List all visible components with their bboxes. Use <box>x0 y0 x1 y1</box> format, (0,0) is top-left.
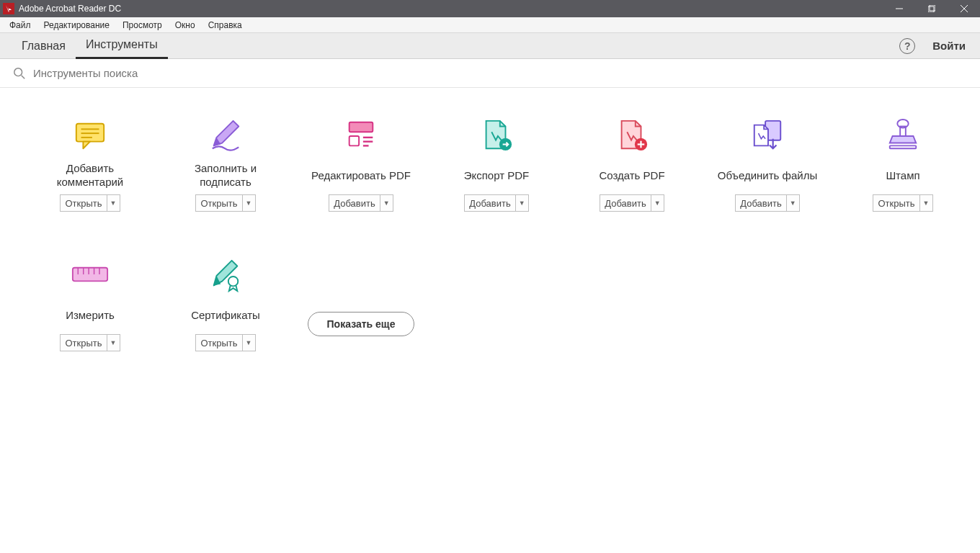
tool-action-label: Добавить <box>736 195 785 211</box>
help-icon[interactable]: ? <box>899 38 915 54</box>
tool-action-button[interactable]: Открыть ▼ <box>60 334 120 351</box>
minimize-button[interactable] <box>883 0 915 17</box>
tool-action-button[interactable]: Открыть ▼ <box>195 194 255 212</box>
tool-action-label: Добавить <box>329 195 379 211</box>
maximize-button[interactable] <box>915 0 948 17</box>
tool-label: Сертификаты <box>191 301 260 330</box>
tool-action-button[interactable]: Открыть ▼ <box>873 194 932 212</box>
stamp-icon <box>884 117 922 154</box>
app-title: Adobe Acrobat Reader DC <box>19 4 121 14</box>
svg-point-30 <box>228 276 238 286</box>
tool-action-label: Открыть <box>61 195 106 211</box>
certificate-icon <box>207 256 244 294</box>
tool-action-label: Открыть <box>196 195 241 211</box>
login-button[interactable]: Войти <box>932 40 968 52</box>
searchbar <box>0 59 980 88</box>
sign-icon <box>207 117 244 154</box>
tabbar: Главная Инструменты ? Войти <box>0 33 980 59</box>
svg-point-5 <box>14 68 22 76</box>
tool-label: Штамп <box>886 161 919 190</box>
tool-measure[interactable]: Измерить Открыть ▼ <box>29 256 151 351</box>
tool-export-pdf[interactable]: Экспорт PDF Добавить ▼ <box>435 117 558 212</box>
tool-fill-sign[interactable]: Заполнить и подписать Открыть ▼ <box>164 117 287 212</box>
tool-label: Добавить комментарий <box>57 161 123 190</box>
tool-certificates[interactable]: Сертификаты Открыть ▼ <box>164 256 287 351</box>
tool-edit-pdf[interactable]: Редактировать PDF Добавить ▼ <box>300 117 422 212</box>
svg-rect-2 <box>930 5 935 11</box>
tool-merge-files[interactable]: Объединить файлы Добавить ▼ <box>706 117 829 212</box>
titlebar: Adobe Acrobat Reader DC <box>0 0 980 17</box>
tool-action-label: Добавить <box>600 195 650 211</box>
ruler-icon <box>71 256 109 294</box>
chevron-down-icon[interactable]: ▼ <box>242 195 255 211</box>
svg-rect-1 <box>928 6 934 12</box>
menu-view[interactable]: Просмотр <box>116 19 169 32</box>
chevron-down-icon[interactable]: ▼ <box>107 195 120 211</box>
chevron-down-icon[interactable]: ▼ <box>515 195 528 211</box>
tool-action-label: Открыть <box>873 195 919 211</box>
tool-label: Экспорт PDF <box>464 161 530 190</box>
tools-area: Добавить комментарий Открыть ▼ Заполнить… <box>0 88 980 380</box>
tool-stamp[interactable]: Штамп Открыть ▼ <box>842 117 964 212</box>
tab-home[interactable]: Главная <box>12 33 76 59</box>
chevron-down-icon[interactable]: ▼ <box>919 195 932 211</box>
tool-action-button[interactable]: Открыть ▼ <box>60 194 120 212</box>
tool-action-button[interactable]: Открыть ▼ <box>195 334 255 351</box>
tool-action-label: Добавить <box>465 195 514 211</box>
tool-action-button[interactable]: Добавить ▼ <box>600 194 664 212</box>
tool-action-label: Открыть <box>61 335 106 351</box>
menubar: Файл Редактирование Просмотр Окно Справк… <box>0 17 980 33</box>
tool-label: Заполнить и подписать <box>195 161 257 190</box>
close-button[interactable] <box>948 0 980 17</box>
tool-action-button[interactable]: Добавить ▼ <box>735 194 799 212</box>
svg-rect-11 <box>349 122 373 132</box>
edit-icon <box>342 117 380 154</box>
tool-label: Редактировать PDF <box>311 161 411 190</box>
create-icon <box>613 117 651 154</box>
tool-label: Создать PDF <box>599 161 664 190</box>
svg-rect-12 <box>349 136 359 145</box>
menu-window[interactable]: Окно <box>169 19 202 32</box>
tool-create-pdf[interactable]: Создать PDF Добавить ▼ <box>571 117 693 212</box>
tab-tools[interactable]: Инструменты <box>76 33 168 59</box>
app-icon <box>3 3 14 14</box>
chevron-down-icon[interactable]: ▼ <box>107 335 120 351</box>
show-more-cell: Показать еще <box>300 256 422 351</box>
tool-action-label: Открыть <box>196 335 241 351</box>
merge-icon <box>749 117 786 154</box>
tools-grid: Добавить комментарий Открыть ▼ Заполнить… <box>29 117 951 351</box>
svg-line-6 <box>22 75 25 78</box>
search-input[interactable] <box>33 67 967 79</box>
svg-rect-23 <box>890 145 916 148</box>
tool-label: Измерить <box>66 301 115 330</box>
comment-icon <box>71 117 109 154</box>
menu-help[interactable]: Справка <box>202 19 249 32</box>
tool-action-button[interactable]: Добавить ▼ <box>329 194 393 212</box>
show-more-button[interactable]: Показать еще <box>308 312 415 336</box>
search-icon <box>13 67 26 80</box>
tool-action-button[interactable]: Добавить ▼ <box>464 194 528 212</box>
menu-file[interactable]: Файл <box>3 19 37 32</box>
chevron-down-icon[interactable]: ▼ <box>380 195 393 211</box>
chevron-down-icon[interactable]: ▼ <box>242 335 255 351</box>
chevron-down-icon[interactable]: ▼ <box>786 195 799 211</box>
export-icon <box>478 117 515 154</box>
menu-edit[interactable]: Редактирование <box>37 19 116 32</box>
tool-comment[interactable]: Добавить комментарий Открыть ▼ <box>29 117 151 212</box>
chevron-down-icon[interactable]: ▼ <box>651 195 664 211</box>
tool-label: Объединить файлы <box>718 161 817 190</box>
